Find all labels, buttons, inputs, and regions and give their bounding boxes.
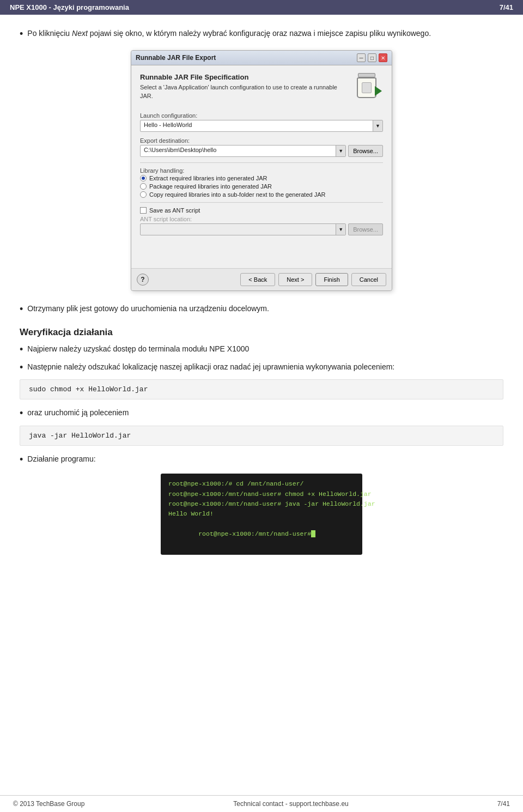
next-button[interactable]: Next > (278, 273, 312, 286)
dialog-box: Runnable JAR File Export ─ □ ✕ Runnable … (131, 50, 392, 291)
bullet-2-text: Następnie należy odszukać lokalizację na… (27, 361, 394, 373)
code-2-text: java -jar HelloWorld.jar (29, 432, 131, 440)
dialog-wrapper: Runnable JAR File Export ─ □ ✕ Runnable … (20, 50, 503, 291)
section-divider-2 (140, 202, 383, 203)
finish-button[interactable]: Finish (315, 273, 348, 286)
radio-group: Extract required libraries into generate… (140, 175, 383, 198)
action-label-text: Działanie programu: (27, 453, 95, 465)
terminal-line-0: root@npe-x1000:/# cd /mnt/nand-user/ (168, 479, 355, 489)
maximize-button[interactable]: □ (368, 53, 376, 62)
code-block-2: java -jar HelloWorld.jar (20, 426, 503, 446)
ant-value (141, 224, 336, 235)
minimize-button[interactable]: ─ (357, 53, 366, 62)
radio-item-2[interactable]: Copy required libraries into a sub-folde… (140, 191, 383, 198)
dialog-top-text: Runnable JAR File Specification Select a… (140, 73, 351, 107)
footer-center: Technical contact - support.techbase.eu (233, 800, 348, 808)
back-button[interactable]: < Back (240, 273, 275, 286)
radio-item-0[interactable]: Extract required libraries into generate… (140, 175, 383, 181)
library-label: Library handling: (140, 167, 383, 174)
terminal-line-4: root@npe-x1000:/mnt/nand-user# (168, 519, 355, 549)
dialog-section-title: Runnable JAR File Specification (140, 73, 351, 81)
browse-button-1[interactable]: Browse... (348, 145, 383, 157)
main-content: • Po kliknięciu Next pojawi się okno, w … (0, 15, 523, 577)
dialog-title: Runnable JAR File Export (136, 54, 216, 62)
run-intro-text: oraz uruchomić ją poleceniem (27, 407, 129, 419)
export-combo[interactable]: C:\Users\ibm\Desktop\hello ▼ (140, 145, 346, 157)
radio-label-2: Copy required libraries into a sub-folde… (149, 191, 325, 198)
bullet-1-text: Najpierw należy uzyskać dostęp do termin… (27, 343, 249, 355)
header-title: NPE X1000 - Języki programowania (10, 3, 129, 11)
code-1-text: sudo chmod +x HelloWorld.jar (29, 385, 148, 393)
received-para: • Otrzymany plik jest gotowy do uruchomi… (20, 303, 503, 316)
launch-row: Hello - HelloWorld ▼ (140, 120, 383, 132)
ant-checkbox[interactable] (140, 207, 147, 214)
footer-left: © 2013 TechBase Group (13, 800, 84, 808)
bullet-dot-4: • (20, 361, 23, 374)
radio-item-1[interactable]: Package required libraries into generate… (140, 183, 383, 190)
export-combo-arrow[interactable]: ▼ (336, 146, 345, 156)
bullet-dot-2: • (20, 303, 23, 316)
cancel-button[interactable]: Cancel (351, 273, 386, 286)
dialog-footer: ? < Back Next > Finish Cancel (131, 268, 392, 290)
radio-circle-1[interactable] (140, 183, 147, 190)
intro-italic: Next (72, 29, 88, 38)
bullet-dot-6: • (20, 453, 23, 466)
intro-text: Po kliknięciu Next pojawi się okno, w kt… (27, 28, 431, 39)
terminal-line-1: root@npe-x1000:/mnt/nand-user# chmod +x … (168, 489, 355, 499)
terminal-cursor (311, 530, 315, 537)
received-text: Otrzymany plik jest gotowy do uruchomien… (27, 303, 269, 314)
dialog-body: Runnable JAR File Specification Select a… (131, 65, 392, 268)
bullet-1: • Najpierw należy uzyskać dostęp do term… (20, 343, 503, 356)
header-page: 7/41 (500, 3, 513, 11)
launch-combo[interactable]: Hello - HelloWorld ▼ (140, 120, 383, 132)
dialog-section-desc: Select a 'Java Application' launch confi… (140, 83, 351, 100)
section-heading: Weryfikacja działania (20, 327, 503, 338)
run-intro-para: • oraz uruchomić ją poleceniem (20, 407, 503, 420)
export-row: C:\Users\ibm\Desktop\hello ▼ Browse... (140, 145, 383, 157)
radio-circle-0[interactable] (140, 175, 147, 181)
window-buttons: ─ □ ✕ (357, 53, 387, 62)
export-label: Export destination: (140, 137, 383, 144)
footer-right: 7/41 (497, 800, 510, 808)
help-button[interactable]: ? (137, 274, 149, 286)
ant-label: ANT script location: (140, 216, 383, 222)
launch-label: Launch configuration: (140, 112, 383, 119)
radio-label-1: Package required libraries into generate… (149, 183, 272, 190)
export-value: C:\Users\ibm\Desktop\hello (141, 146, 336, 156)
ant-row: ▼ Browse... (140, 223, 383, 235)
page-header: NPE X1000 - Języki programowania 7/41 (0, 0, 523, 15)
ant-combo-arrow: ▼ (336, 224, 345, 235)
radio-circle-2[interactable] (140, 191, 147, 198)
bullet-dot-5: • (20, 407, 23, 420)
terminal-line-3: Hello World! (168, 509, 355, 519)
dialog-top-row: Runnable JAR File Specification Select a… (140, 73, 383, 107)
ant-combo: ▼ (140, 223, 346, 235)
dialog-titlebar: Runnable JAR File Export ─ □ ✕ (131, 51, 392, 65)
radio-label-0: Extract required libraries into generate… (149, 175, 267, 181)
browse-button-2[interactable]: Browse... (348, 223, 383, 235)
launch-combo-arrow[interactable]: ▼ (373, 120, 382, 131)
page-footer: © 2013 TechBase Group Technical contact … (0, 795, 523, 812)
ant-checkbox-label: Save as ANT script (149, 207, 200, 214)
action-para: • Działanie programu: (20, 453, 503, 466)
code-block-1: sudo chmod +x HelloWorld.jar (20, 379, 503, 399)
terminal-box: root@npe-x1000:/# cd /mnt/nand-user/ roo… (161, 474, 362, 555)
dialog-spacer (140, 241, 383, 263)
section-divider (140, 162, 383, 163)
terminal-line-2: root@npe-x1000:/mnt/nand-user# java -jar… (168, 499, 355, 509)
launch-value: Hello - HelloWorld (141, 120, 373, 131)
ant-checkbox-row: Save as ANT script (140, 207, 383, 214)
close-button[interactable]: ✕ (379, 53, 387, 62)
bullet-dot: • (20, 28, 23, 40)
bullet-dot-3: • (20, 343, 23, 356)
intro-paragraph: • Po kliknięciu Next pojawi się okno, w … (20, 28, 503, 40)
terminal-wrapper: root@npe-x1000:/# cd /mnt/nand-user/ roo… (20, 474, 503, 555)
jar-icon (357, 73, 383, 99)
bullet-2: • Następnie należy odszukać lokalizację … (20, 361, 503, 374)
